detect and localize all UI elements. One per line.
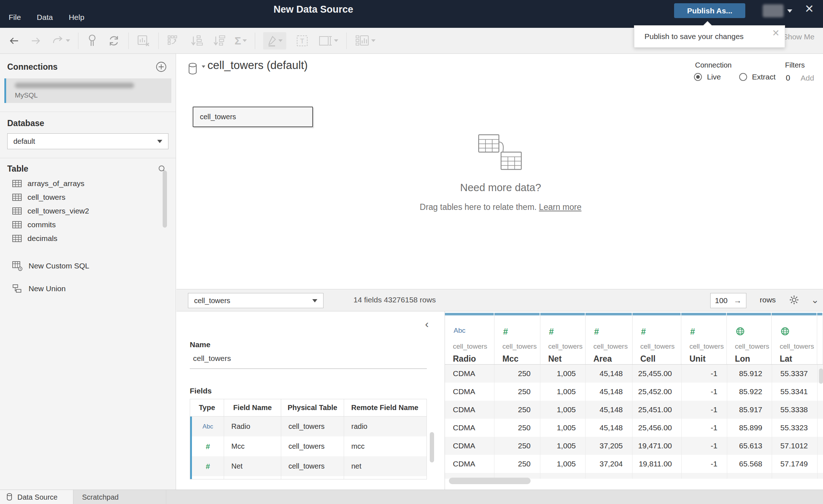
row-count-input[interactable]: 100 → (710, 293, 746, 308)
grid-data-row[interactable]: CDMA2501,00545,14825,452.00-185.92255.33… (445, 383, 823, 401)
collapse-panel-icon[interactable]: ‹ (425, 318, 429, 330)
totals-caret-icon[interactable] (243, 39, 247, 42)
menu-data[interactable]: Data (37, 13, 53, 22)
grid-column-header-Mcc[interactable]: #cell_towersMcc (494, 313, 540, 364)
grid-column-header-Net[interactable]: #cell_towersNet (540, 313, 586, 364)
swap-rows-columns-button[interactable] (167, 34, 180, 47)
menu-file[interactable]: File (9, 13, 21, 22)
publish-as-button[interactable]: Publish As... (674, 3, 745, 18)
name-value[interactable]: cell_towers (193, 354, 231, 363)
totals-button[interactable]: Σ (235, 35, 247, 46)
sigma-icon: Σ (235, 35, 241, 46)
sidebar-table-cell_towers_view2[interactable]: cell_towers_view2 (7, 204, 168, 218)
sidebar-table-commits[interactable]: commits (7, 218, 168, 232)
sidebar-table-decimals[interactable]: decimals (7, 232, 168, 245)
learn-more-link[interactable]: Learn more (539, 202, 582, 212)
grid-cell-Lon: 65.613 (727, 437, 772, 455)
window-close-icon[interactable]: ✕ (805, 3, 814, 14)
remote-field-cell: net (344, 456, 425, 476)
fields-row-Net[interactable]: #Netcell_towersnet (190, 456, 426, 476)
gear-icon[interactable] (789, 294, 800, 305)
new-union-button[interactable]: New Union (7, 284, 168, 294)
redo-button[interactable] (30, 35, 42, 47)
preview-toolbar: cell_towers 14 fields 43276158 rows 100 … (176, 289, 823, 311)
apply-arrow-icon[interactable]: → (734, 296, 742, 305)
live-radio[interactable] (694, 73, 702, 81)
geo-globe-icon (736, 327, 745, 336)
new-custom-sql-button[interactable]: New Custom SQL (7, 260, 168, 271)
show-cards-caret-icon[interactable] (371, 39, 376, 42)
live-radio-label[interactable]: Live (707, 73, 721, 81)
datasource-icon-menu[interactable] (188, 62, 206, 76)
grid-cell-Radio: CDMA (445, 419, 494, 437)
database-select[interactable]: default (7, 133, 168, 149)
grid-data-row[interactable]: CDMA2501,00545,14825,455.00-185.91255.33… (445, 365, 823, 383)
menu-help[interactable]: Help (69, 13, 84, 22)
replay-caret-icon[interactable] (66, 39, 70, 42)
preview-table-select[interactable]: cell_towers (188, 293, 323, 308)
add-connection-icon[interactable] (155, 61, 167, 73)
avatar[interactable] (763, 4, 784, 17)
grid-cell-Lat: 55.3337 (772, 365, 818, 383)
number-type-icon: # (503, 327, 508, 336)
fit-frame-button[interactable] (318, 34, 338, 47)
menu-bar: File Data Help (9, 13, 84, 22)
show-me-button[interactable]: Show Me (783, 33, 815, 41)
refresh-button[interactable] (107, 34, 120, 47)
grid-data-row[interactable]: CDMA2501,00537,20419,811.00-165.56857.17… (445, 455, 823, 473)
grid-cell-Cell: 25,456.00 (633, 419, 682, 437)
grid-column-header-Cell[interactable]: #cell_towersCell (633, 313, 682, 364)
text-label-button[interactable]: T (296, 34, 309, 47)
column-accent-bar (633, 313, 681, 315)
grid-cell-Net: 1,005 (540, 455, 586, 473)
field-name-cell: Radio (224, 417, 281, 436)
avatar-caret-icon[interactable] (787, 9, 792, 13)
grid-data-row[interactable]: CDMA2501,00537,20519,471.00-165.61357.10… (445, 437, 823, 455)
replay-button[interactable] (51, 35, 70, 47)
grid-column-header-Lon[interactable]: cell_towersLon (727, 313, 772, 364)
table-icon (12, 207, 22, 215)
fields-scrollbar[interactable] (430, 432, 434, 462)
sort-ascending-button[interactable] (190, 34, 203, 47)
collapse-chevron-icon[interactable]: ⌄ (811, 294, 819, 306)
grid-data-row[interactable]: CDMA2501,00545,14825,451.00-185.91755.33… (445, 401, 823, 419)
grid-rows: CDMA2501,00545,14825,455.00-185.91255.33… (445, 365, 823, 479)
tab-data-source[interactable]: Data Source (0, 490, 73, 504)
vertical-scrollbar[interactable] (819, 369, 823, 384)
field-name-cell: Area (224, 476, 281, 479)
sort-descending-button[interactable] (212, 34, 225, 47)
fields-row-Radio[interactable]: AbcRadiocell_towersradio (190, 417, 426, 436)
sidebar-table-arrays_of_arrays[interactable]: arrays_of_arrays (7, 177, 168, 190)
chevron-down-icon (202, 65, 205, 68)
highlight-caret-icon[interactable] (278, 39, 283, 42)
grid-data-row[interactable]: CDMA2501,00545,14825,456.00-185.89955.33… (445, 419, 823, 437)
tooltip-close-icon[interactable]: ✕ (772, 28, 780, 38)
grid-column-header-Radio[interactable]: Abccell_towersRadio (445, 313, 494, 364)
horizontal-scrollbar[interactable] (449, 478, 531, 484)
show-cards-button[interactable] (355, 34, 376, 47)
table-node-cell-towers[interactable]: cell_towers (193, 107, 313, 127)
connection-item[interactable]: MySQL (4, 78, 171, 103)
table-item-label: arrays_of_arrays (27, 179, 85, 188)
fields-row-Mcc[interactable]: #Mcccell_towersmcc (190, 436, 426, 456)
grid-column-header-Area[interactable]: #cell_towersArea (586, 313, 633, 364)
undo-button[interactable] (8, 35, 20, 47)
grid-cell-Radio: CDMA (445, 383, 494, 401)
grid-column-header-Unit[interactable]: #cell_towersUnit (681, 313, 727, 364)
filters-add-link[interactable]: Add (801, 74, 814, 82)
datasource-title: cell_towers (default) (207, 59, 308, 72)
fit-caret-icon[interactable] (334, 39, 338, 42)
pause-updates-button[interactable] (86, 34, 98, 48)
grid-column-header-Lat[interactable]: cell_towersLat (772, 313, 817, 364)
custom-sql-icon (12, 260, 23, 271)
fields-row-Area[interactable]: #Areacell_towersarea (190, 476, 426, 479)
sidebar-table-cell_towers[interactable]: cell_towers (7, 190, 168, 204)
extract-radio[interactable] (739, 73, 747, 81)
tab-scratchpad[interactable]: Scratchpad (73, 490, 166, 504)
clear-sheet-button[interactable] (137, 34, 150, 47)
extract-radio-label[interactable]: Extract (752, 73, 776, 81)
column-field-name: Cell (640, 354, 656, 364)
grid-cell-Unit: -1 (682, 401, 727, 419)
highlight-button[interactable] (263, 32, 286, 49)
sidebar-scrollbar[interactable] (163, 171, 167, 228)
